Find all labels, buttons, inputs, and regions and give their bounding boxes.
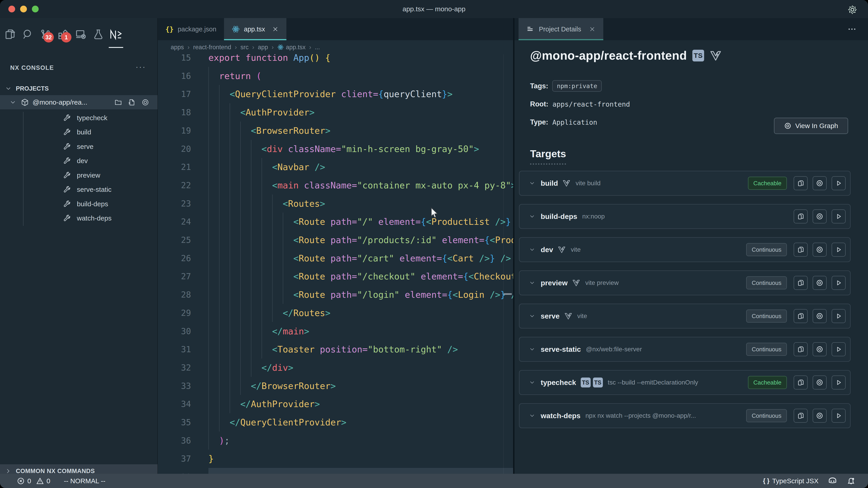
activity-testing[interactable] [90, 22, 107, 46]
activity-source-control[interactable]: 32 [37, 22, 54, 46]
copy-button[interactable] [794, 242, 808, 257]
target-card-serve-static[interactable]: serve-static@nx/web:file-serverContinuou… [519, 337, 850, 362]
sidebar-title: NX CONSOLE [10, 64, 54, 71]
vertical-scrollbar-track[interactable] [503, 54, 504, 474]
warning-count: 0 [46, 477, 51, 485]
play-button[interactable] [832, 242, 846, 257]
target-card-watch-deps[interactable]: watch-depsnpx nx watch --projects @mono-… [519, 403, 850, 428]
activity-remote-explorer[interactable] [72, 22, 90, 46]
play-button[interactable] [832, 409, 846, 423]
chevron-right-icon [5, 468, 11, 474]
eye-icon [816, 246, 824, 254]
activity-files[interactable] [1, 22, 19, 46]
chevron-down-icon[interactable] [529, 213, 535, 220]
projects-section-header[interactable]: PROJECTS [0, 82, 158, 95]
copy-button[interactable] [794, 342, 808, 356]
tree-item-build[interactable]: build [0, 125, 158, 139]
problems-indicator[interactable]: 0 0 [17, 477, 50, 485]
type-row: Type: Application [530, 118, 597, 126]
target-card-dev[interactable]: devviteContinuous [519, 237, 850, 262]
target-command: tsc --build --emitDeclarationOnly [608, 379, 698, 386]
tab-project-details[interactable]: Project Details [519, 18, 603, 40]
target-card-serve[interactable]: serveviteContinuous [519, 304, 850, 328]
folder-icon[interactable] [114, 98, 122, 106]
code-line-17: <QueryClientProvider client={queryClient… [209, 85, 453, 103]
copy-button[interactable] [794, 176, 808, 190]
chevron-down-icon [5, 85, 12, 92]
tree-item-typecheck[interactable]: typecheck [0, 111, 158, 125]
tag-chip: npm:private [552, 80, 602, 92]
copy-button[interactable] [794, 376, 808, 390]
copy-button[interactable] [794, 276, 808, 290]
vim-mode-indicator[interactable]: -- NORMAL -- [64, 477, 105, 485]
tab-app.tsx[interactable]: app.tsx [224, 18, 286, 40]
play-button[interactable] [832, 376, 846, 390]
target-card-preview[interactable]: previewvite previewContinuous [519, 270, 850, 295]
eye-button[interactable] [813, 276, 827, 290]
target-card-build[interactable]: buildvite buildCacheable [519, 171, 850, 196]
chevron-down-icon[interactable] [529, 180, 535, 186]
tab-package.json[interactable]: {}package.json [158, 18, 224, 40]
tree-item-watch-deps[interactable]: watch-deps [0, 211, 158, 225]
activity-search[interactable] [19, 22, 37, 46]
copilot-icon[interactable] [828, 476, 837, 486]
play-button[interactable] [832, 276, 846, 290]
panel-more-icon[interactable] [847, 24, 857, 34]
view-in-graph-button[interactable]: View In Graph [774, 118, 848, 134]
breadcrumb-item[interactable]: ›... [306, 44, 320, 51]
play-button[interactable] [832, 342, 846, 356]
target-card-typecheck[interactable]: typecheckTSTStsc --build --emitDeclarati… [519, 370, 850, 395]
copy-icon [797, 213, 804, 220]
bell-dot-icon[interactable] [846, 477, 856, 486]
breadcrumb-item[interactable]: ›app.tsx [268, 44, 306, 51]
language-mode[interactable]: { } TypeScript JSX [763, 477, 818, 485]
target-card-build-deps[interactable]: build-depsnx:noop [519, 204, 850, 229]
eye-button[interactable] [813, 209, 827, 223]
eye-button[interactable] [813, 176, 827, 190]
gear-icon[interactable] [847, 4, 858, 15]
tree-item-preview[interactable]: preview [0, 168, 158, 182]
tree-item-dev[interactable]: dev [0, 154, 158, 168]
breadcrumb-item[interactable]: ›react-frontend [184, 44, 231, 51]
copy-button[interactable] [794, 409, 808, 423]
wrench-icon [63, 142, 71, 151]
close-icon[interactable] [272, 26, 279, 33]
react-icon [232, 25, 240, 33]
horizontal-scrollbar[interactable] [209, 468, 513, 474]
play-button[interactable] [832, 309, 846, 323]
activity-extensions[interactable]: 1 [54, 22, 72, 46]
eye-button[interactable] [813, 409, 827, 423]
play-button[interactable] [832, 176, 846, 190]
play-button[interactable] [832, 209, 846, 223]
play-icon [835, 180, 842, 187]
breadcrumb-item[interactable]: ›app [249, 44, 268, 51]
target-icon[interactable] [142, 98, 149, 106]
eye-button[interactable] [813, 309, 827, 323]
root-value: apps/react-frontend [553, 100, 630, 108]
chevron-down-icon[interactable] [529, 379, 535, 386]
chevron-down-icon[interactable] [529, 346, 535, 352]
tree-item-serve[interactable]: serve [0, 139, 158, 154]
tree-item-serve-static[interactable]: serve-static [0, 183, 158, 197]
code-editor[interactable]: 1516171819202122232425262728293031323334… [158, 54, 513, 474]
close-icon[interactable] [589, 26, 596, 33]
copy-button[interactable] [794, 209, 808, 223]
code-line-21: <Navbar /> [209, 158, 325, 176]
eye-button[interactable] [813, 342, 827, 356]
file-move-icon[interactable] [128, 98, 135, 106]
activity-nx-console[interactable] [107, 22, 125, 46]
eye-button[interactable] [813, 376, 827, 390]
eye-button[interactable] [813, 242, 827, 257]
sidebar-more-icon[interactable]: ··· [135, 62, 146, 71]
vite-icon [558, 246, 566, 254]
tree-item-build-deps[interactable]: build-deps [0, 197, 158, 211]
breadcrumb-item[interactable]: apps [158, 44, 184, 51]
chevron-down-icon[interactable] [529, 280, 535, 286]
sidebar-item-project[interactable]: @mono-app/rea... [0, 95, 158, 109]
breadcrumb-item[interactable]: ›src [231, 44, 249, 51]
chevron-down-icon[interactable] [529, 413, 535, 419]
chevron-down-icon[interactable] [529, 247, 535, 253]
target-command: vite build [576, 180, 600, 187]
chevron-down-icon[interactable] [529, 313, 535, 319]
copy-button[interactable] [794, 309, 808, 323]
